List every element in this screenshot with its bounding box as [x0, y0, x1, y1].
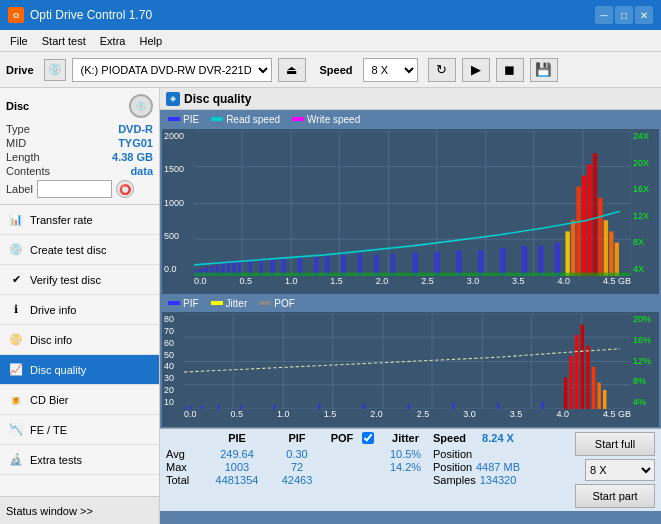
- disc-label-input[interactable]: [37, 180, 112, 198]
- maximize-button[interactable]: □: [615, 6, 633, 24]
- x-label-0-5: 0.5: [239, 276, 252, 294]
- svg-rect-32: [358, 254, 362, 276]
- cd-bier-icon: 🍺: [8, 392, 24, 408]
- top-chart-legend: PIE Read speed Write speed: [160, 110, 661, 128]
- stats-jitter-checkbox-wrap: [362, 432, 378, 446]
- by-label-70: 70: [164, 326, 182, 336]
- svg-rect-43: [565, 231, 569, 276]
- y-label-500: 500: [164, 231, 192, 241]
- bx-label-1-5: 1.5: [324, 409, 337, 427]
- top-chart-right-labels: 24X 20X 16X 12X 8X 4X: [631, 129, 659, 276]
- bx-label-0-5: 0.5: [231, 409, 244, 427]
- action-btn-2[interactable]: ◼: [496, 58, 524, 82]
- stats-avg-jitter: 10.5%: [378, 448, 433, 460]
- bx-label-3-5: 3.5: [510, 409, 523, 427]
- jitter-legend-label: Jitter: [226, 298, 248, 309]
- menu-extra[interactable]: Extra: [94, 33, 132, 49]
- bx-label-0-0: 0.0: [184, 409, 197, 427]
- top-chart: 24X 20X 16X 12X 8X 4X 2000 1500 1000 500…: [162, 129, 659, 294]
- stats-max-pif: 72: [272, 461, 322, 473]
- disc-quality-icon: 📈: [8, 362, 24, 378]
- top-chart-left-labels: 2000 1500 1000 500 0.0: [162, 129, 194, 276]
- nav-item-cd-bier[interactable]: 🍺 CD Bier: [0, 385, 159, 415]
- bx-label-3-0: 3.0: [463, 409, 476, 427]
- pof-legend-label: POF: [274, 298, 295, 309]
- drive-label: Drive: [6, 64, 34, 76]
- stats-col-jitter-header: Jitter: [378, 432, 433, 446]
- right-label-12x: 12X: [633, 211, 657, 221]
- menu-bar: File Start test Extra Help: [0, 30, 661, 52]
- test-speed-select[interactable]: 8 X: [585, 459, 655, 481]
- nav-item-verify-test-disc[interactable]: ✔ Verify test disc: [0, 265, 159, 295]
- nav-item-drive-info[interactable]: ℹ Drive info: [0, 295, 159, 325]
- bx-label-2-5: 2.5: [417, 409, 430, 427]
- jitter-checkbox[interactable]: [362, 432, 374, 444]
- sidebar: Disc 💿 Type DVD-R MID TYG01 Length 4.38 …: [0, 88, 160, 524]
- right-label-8x: 8X: [633, 237, 657, 247]
- disc-label-icon[interactable]: ⭕: [116, 180, 134, 198]
- bottom-chart-svg: [184, 314, 631, 409]
- svg-rect-49: [598, 198, 602, 276]
- top-chart-x-labels: 0.0 0.5 1.0 1.5 2.0 2.5 3.0 3.5 4.0 4.5 …: [194, 276, 631, 294]
- menu-start-test[interactable]: Start test: [36, 33, 92, 49]
- stats-col-pie-header: PIE: [202, 432, 272, 446]
- nav-item-fe-te[interactable]: 📉 FE / TE: [0, 415, 159, 445]
- x-label-0-0: 0.0: [194, 276, 207, 294]
- stats-col-empty: [166, 432, 202, 446]
- pie-legend-label: PIE: [183, 114, 199, 125]
- save-button[interactable]: 💾: [530, 58, 558, 82]
- status-window-button[interactable]: Status window >>: [0, 496, 159, 524]
- action-btn-1[interactable]: ▶: [462, 58, 490, 82]
- nav-items: 📊 Transfer rate 💿 Create test disc ✔ Ver…: [0, 205, 159, 496]
- close-button[interactable]: ✕: [635, 6, 653, 24]
- stats-total-pie: 4481354: [202, 474, 272, 486]
- right-label-20x: 20X: [633, 158, 657, 168]
- x-label-2-0: 2.0: [376, 276, 389, 294]
- bottom-chart-right-labels: 20% 16% 12% 8% 4%: [631, 312, 659, 409]
- by-label-50: 50: [164, 350, 182, 360]
- start-part-button[interactable]: Start part: [575, 484, 655, 508]
- start-full-button[interactable]: Start full: [575, 432, 655, 456]
- bottom-chart: 80 70 60 50 40 30 20 10 20% 16% 12% 8% 4…: [162, 312, 659, 427]
- by-label-10: 10: [164, 397, 182, 407]
- nav-item-create-test-disc[interactable]: 💿 Create test disc: [0, 235, 159, 265]
- bottom-chart-x-labels: 0.0 0.5 1.0 1.5 2.0 2.5 3.0 3.5 4.0 4.5 …: [184, 409, 631, 427]
- nav-label-extra-tests: Extra tests: [30, 454, 82, 466]
- pie-legend-color: [168, 117, 180, 121]
- by-label-20: 20: [164, 385, 182, 395]
- refresh-button[interactable]: ↻: [428, 58, 456, 82]
- svg-rect-85: [597, 383, 600, 409]
- nav-item-transfer-rate[interactable]: 📊 Transfer rate: [0, 205, 159, 235]
- bx-label-4-0: 4.0: [556, 409, 569, 427]
- svg-rect-83: [586, 346, 589, 409]
- disc-header: Disc 💿: [6, 94, 153, 118]
- disc-length-value: 4.38 GB: [112, 151, 153, 163]
- legend-read-speed: Read speed: [211, 114, 280, 125]
- title-bar-controls: ─ □ ✕: [595, 6, 653, 24]
- stats-samples-label: Samples: [433, 474, 473, 486]
- toolbar: Drive 💿 (K:) PIODATA DVD-RW DVR-221D 1.D…: [0, 52, 661, 88]
- svg-rect-39: [500, 248, 505, 276]
- nav-item-disc-quality[interactable]: 📈 Disc quality: [0, 355, 159, 385]
- svg-rect-38: [478, 250, 483, 276]
- br-label-12: 12%: [633, 356, 657, 366]
- legend-pof: POF: [259, 298, 295, 309]
- disc-length-row: Length 4.38 GB: [6, 150, 153, 164]
- nav-item-disc-info[interactable]: 📀 Disc info: [0, 325, 159, 355]
- app-title: Opti Drive Control 1.70: [30, 8, 152, 22]
- speed-select[interactable]: 8 X: [363, 58, 418, 82]
- disc-panel: Disc 💿 Type DVD-R MID TYG01 Length 4.38 …: [0, 88, 159, 205]
- menu-file[interactable]: File: [4, 33, 34, 49]
- stats-position-label: Position: [433, 448, 473, 460]
- nav-item-extra-tests[interactable]: 🔬 Extra tests: [0, 445, 159, 475]
- drive-select[interactable]: (K:) PIODATA DVD-RW DVR-221D 1.D9: [72, 58, 272, 82]
- x-label-3-5: 3.5: [512, 276, 525, 294]
- disc-type-row: Type DVD-R: [6, 122, 153, 136]
- x-label-1-0: 1.0: [285, 276, 298, 294]
- eject-button[interactable]: ⏏: [278, 58, 306, 82]
- menu-help[interactable]: Help: [133, 33, 168, 49]
- fe-te-icon: 📉: [8, 422, 24, 438]
- minimize-button[interactable]: ─: [595, 6, 613, 24]
- x-label-4-0: 4.0: [558, 276, 571, 294]
- stats-avg-label: Avg: [166, 448, 202, 460]
